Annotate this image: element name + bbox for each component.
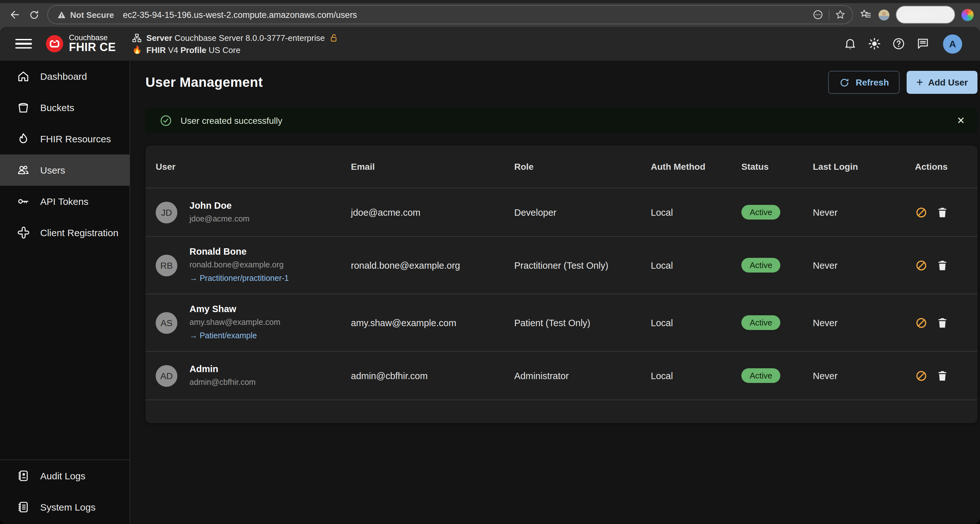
- copilot-icon[interactable]: [961, 9, 974, 21]
- check-circle-icon: [159, 114, 172, 127]
- column-header-status: Status: [741, 161, 813, 172]
- auth-method-cell: Local: [651, 371, 741, 381]
- users-group-icon: [17, 163, 30, 177]
- column-header-actions: Actions: [915, 161, 967, 172]
- sidebar-item-system-logs[interactable]: System Logs: [0, 491, 129, 523]
- status-badge: Active: [741, 315, 781, 330]
- banner-close-button[interactable]: ✕: [953, 113, 969, 128]
- delete-user-button[interactable]: [936, 206, 949, 218]
- delete-user-button[interactable]: [936, 259, 949, 272]
- status-badge: Active: [741, 368, 781, 383]
- status-cell: Active: [741, 315, 813, 330]
- table-header-row: User Email Role Auth Method Status Last …: [145, 145, 977, 188]
- column-header-last-login: Last Login: [813, 161, 915, 172]
- profile-photo: [878, 9, 889, 20]
- audit-log-icon: [17, 469, 30, 483]
- browser-back-button[interactable]: [5, 5, 24, 24]
- user-name: Ronald Bone: [189, 245, 289, 258]
- feedback-button[interactable]: [916, 37, 930, 51]
- address-bar[interactable]: Not Secure ec2-35-94-15-196.us-west-2.co…: [47, 5, 853, 24]
- actions-cell: [915, 369, 967, 382]
- chat-bubble-icon: [916, 37, 930, 51]
- sidebar-item-audit-logs[interactable]: Audit Logs: [0, 460, 129, 491]
- url-text[interactable]: ec2-35-94-15-196.us-west-2.compute.amazo…: [123, 10, 812, 19]
- favorites-list-icon[interactable]: [859, 8, 872, 21]
- user-email-sub: ronald.bone@example.org: [189, 258, 289, 271]
- email-cell: ronald.bone@example.org: [351, 260, 514, 270]
- page-permissions-icon[interactable]: [812, 9, 823, 21]
- sidebar-item-client-registration[interactable]: Client Registration: [0, 217, 129, 248]
- auth-method-cell: Local: [651, 207, 741, 217]
- sidebar-item-label: Users: [40, 165, 65, 175]
- table-row: AD Admin admin@cbfhir.com admin@cbfhir.c…: [145, 352, 977, 400]
- profile-value: US Core: [208, 45, 240, 54]
- home-icon: [17, 70, 30, 83]
- user-email-sub: amy.shaw@example.com: [189, 316, 280, 329]
- table-row: RB Ronald Bone ronald.bone@example.org →…: [145, 237, 977, 294]
- user-name: John Doe: [189, 199, 250, 213]
- page-title: User Management: [145, 75, 263, 90]
- fire-emoji: 🔥: [132, 44, 142, 56]
- user-name: Admin: [189, 363, 256, 376]
- theme-toggle-button[interactable]: [868, 37, 881, 51]
- success-banner: User created successfully ✕: [145, 108, 977, 134]
- sun-icon: [868, 37, 881, 51]
- not-secure-label: Not Secure: [70, 10, 114, 19]
- plus-icon: +: [916, 76, 923, 88]
- delete-user-button[interactable]: [936, 369, 949, 382]
- refresh-icon: [29, 9, 39, 20]
- avatar: JD: [156, 201, 177, 223]
- disable-user-button[interactable]: [915, 369, 928, 382]
- server-info: Server Couchbase Server 8.0.0-3777-enter…: [132, 32, 339, 56]
- add-user-label: Add User: [928, 77, 968, 88]
- sidebar: Dashboard Buckets FHIR Resources Users: [0, 61, 130, 524]
- status-cell: Active: [741, 205, 813, 220]
- column-header-user: User: [156, 161, 351, 172]
- column-header-auth-method: Auth Method: [651, 161, 741, 172]
- actions-cell: [915, 316, 967, 329]
- disable-user-button[interactable]: [915, 316, 928, 329]
- disable-user-button[interactable]: [915, 259, 928, 272]
- column-header-email: Email: [351, 161, 514, 172]
- menu-hamburger-button[interactable]: [15, 39, 32, 49]
- auth-method-cell: Local: [651, 317, 741, 328]
- avatar: RB: [156, 254, 177, 276]
- sidebar-item-buckets[interactable]: Buckets: [0, 92, 129, 123]
- status-badge: Active: [741, 258, 781, 272]
- warning-triangle-icon: [57, 10, 66, 19]
- email-cell: jdoe@acme.com: [351, 207, 514, 217]
- last-login-cell: Never: [813, 207, 915, 217]
- browser-profile-avatar[interactable]: [878, 9, 889, 20]
- user-avatar[interactable]: A: [943, 34, 962, 53]
- fhir-resource-link[interactable]: → Patient/example: [189, 329, 280, 343]
- browser-update-button[interactable]: Update …: [896, 6, 955, 24]
- back-arrow-icon: [9, 9, 21, 21]
- users-table-card: User Email Role Auth Method Status Last …: [145, 145, 977, 423]
- browser-refresh-button[interactable]: [24, 5, 43, 24]
- browser-tab-strip: [0, 0, 980, 3]
- sidebar-item-label: Buckets: [40, 102, 74, 113]
- role-cell: Developer: [514, 207, 651, 217]
- sidebar-item-users[interactable]: Users: [0, 154, 129, 186]
- sidebar-nav: Dashboard Buckets FHIR Resources Users: [0, 61, 129, 248]
- screen: Not Secure ec2-35-94-15-196.us-west-2.co…: [0, 0, 980, 524]
- bookmark-star-icon[interactable]: [834, 9, 846, 21]
- disable-user-button[interactable]: [915, 206, 928, 218]
- sidebar-item-dashboard[interactable]: Dashboard: [0, 61, 129, 92]
- header-actions: A: [843, 34, 962, 53]
- user-cell: JD John Doe jdoe@acme.com: [156, 199, 351, 225]
- refresh-button[interactable]: Refresh: [828, 71, 900, 94]
- not-secure-indicator[interactable]: Not Secure: [57, 10, 114, 19]
- help-button[interactable]: [892, 37, 905, 51]
- add-user-button[interactable]: + Add User: [907, 71, 978, 94]
- fhir-resource-link[interactable]: → Practitioner/practitioner-1: [189, 271, 289, 285]
- sidebar-item-fhir-resources[interactable]: FHIR Resources: [0, 123, 129, 154]
- notifications-bell-button[interactable]: [843, 37, 857, 51]
- delete-user-button[interactable]: [936, 316, 949, 329]
- email-cell: amy.shaw@example.com: [351, 317, 514, 328]
- avatar: AD: [156, 365, 177, 387]
- sidebar-item-api-tokens[interactable]: API Tokens: [0, 186, 129, 217]
- table-row: JD John Doe jdoe@acme.com jdoe@acme.com …: [145, 188, 977, 237]
- server-value: Couchbase Server 8.0.0-3777-enterprise: [175, 33, 325, 43]
- user-cell: RB Ronald Bone ronald.bone@example.org →…: [156, 245, 351, 285]
